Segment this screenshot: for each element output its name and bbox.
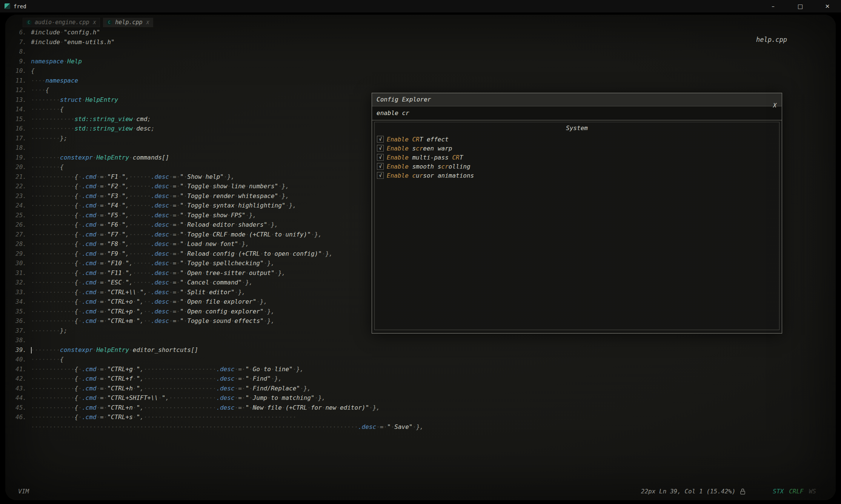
line-number: 29. [9,249,26,259]
checkbox-checked-icon[interactable]: √ [377,154,384,161]
line-number: 26. [9,220,26,230]
close-button[interactable]: ✕ [814,0,841,12]
tab-audio-engine-cpp[interactable]: Caudio-engine.cppX [23,18,100,27]
line-number: 13. [9,95,26,105]
code-line[interactable]: 10.{ [9,66,835,76]
line-number: 20. [9,162,26,172]
config-item[interactable]: √Enable CRT effect [377,135,779,144]
config-search-input[interactable]: enable cr [372,106,782,120]
line-number: 32. [9,278,26,287]
line-number: 23. [9,191,26,201]
cursor-position: 22px Ln 39, Col 1 (15.42%) [641,488,735,495]
code-line[interactable]: 38. [9,335,835,345]
line-number: 43. [9,384,26,393]
screen-frame: 6.#include·"config.h"7.#include·"enum-ut… [0,12,841,504]
line-number: 6. [9,28,26,37]
line-number: 34. [9,297,26,307]
config-content-box: System √Enable CRT effect√Enable screen … [374,122,780,330]
line-number: 39. [9,345,26,355]
line-number: 31. [9,268,26,278]
config-item[interactable]: √Enable multi-pass CRT [377,153,779,162]
line-number: 28. [9,239,26,249]
checkbox-checked-icon[interactable]: √ [377,163,384,170]
line-number: 7. [9,37,26,47]
window-titlebar: fred – □ ✕ [0,0,841,12]
line-number: 42. [9,374,26,384]
line-number: 46. [9,412,26,422]
config-item-label: Enable screen warp [387,145,452,152]
code-line[interactable]: 9.namespace·Help [9,57,835,66]
status-flag-stx: STX [773,488,784,495]
checkbox-checked-icon[interactable]: √ [377,172,384,179]
config-explorer-title: Config Explorer [372,93,782,106]
code-line[interactable]: 39.········constexpr·HelpEntry·editor_sh… [9,345,835,355]
line-number: 8. [9,47,26,57]
code-line[interactable]: 7.#include·"enum-utils.h" [9,37,835,47]
code-line[interactable]: 40.········{ [9,355,835,364]
tab-help-cpp[interactable]: Chelp.cppX [103,18,153,27]
tab-bar: Caudio-engine.cppXChelp.cppX [23,18,153,27]
window-title: fred [14,3,26,9]
config-section-header: System [375,122,779,135]
code-line[interactable]: 6.#include·"config.h" [9,28,835,37]
config-item-label: Enable CRT effect [387,136,449,143]
lock-icon [740,488,746,495]
line-number: 16. [9,124,26,134]
code-line[interactable]: 44.············{·.cmd·=·"CTRL+SHIFT+\\·"… [9,393,835,403]
line-number: 37. [9,326,26,336]
status-bar: VIM 22px Ln 39, Col 1 (15.42%) STXCRLFWS [5,484,836,498]
line-number: 35. [9,307,26,317]
line-number: 21. [9,172,26,182]
code-line[interactable]: 45.············{·.cmd·=·"CTRL+n·",······… [9,403,835,413]
cpp-file-icon: C [26,20,32,25]
line-number: 38. [9,335,26,345]
code-line[interactable]: 42.············{·.cmd·=·"CTRL+f·",······… [9,374,835,384]
line-number: 9. [9,57,26,66]
cpp-file-icon: C [106,20,112,25]
line-number: 17. [9,134,26,143]
line-number: 19. [9,153,26,163]
tab-label: help.cpp [115,19,142,26]
config-item-label: Enable cursor animations [387,172,474,179]
line-number: 41. [9,364,26,374]
code-line[interactable]: 41.············{·.cmd·=·"CTRL+g·",······… [9,364,835,374]
config-item[interactable]: √Enable screen warp [377,144,779,153]
code-line[interactable]: 8. [9,47,835,57]
maximize-button[interactable]: □ [787,0,814,12]
checkbox-checked-icon[interactable]: √ [377,145,384,152]
code-line[interactable]: 11.····namespace [9,76,835,86]
line-number: 12. [9,85,26,95]
app-icon [5,3,10,9]
config-item-label: Enable smooth scrolling [387,163,470,170]
line-number: 36. [9,316,26,326]
line-number: 27. [9,230,26,240]
line-number: 10. [9,66,26,76]
line-number: 33. [9,287,26,297]
config-item-list: √Enable CRT effect√Enable screen warp√En… [375,135,779,180]
line-number: 11. [9,76,26,86]
tab-close-button[interactable]: X [93,20,96,25]
config-explorer-window: Config Explorer X enable cr System √Enab… [372,93,782,333]
line-number: 30. [9,258,26,268]
config-item[interactable]: √Enable smooth scrolling [377,162,779,171]
status-flags: STXCRLFWS [773,488,816,495]
config-item[interactable]: √Enable cursor animations [377,171,779,180]
line-number: 22. [9,181,26,191]
vim-mode-indicator: VIM [18,488,29,495]
checkbox-checked-icon[interactable]: √ [377,136,384,143]
editor-viewport: 6.#include·"config.h"7.#include·"enum-ut… [5,15,836,500]
code-line[interactable]: 43.············{·.cmd·=·"CTRL+h·",······… [9,384,835,393]
line-number: 40. [9,355,26,364]
tab-label: audio-engine.cpp [35,19,89,26]
minimize-button[interactable]: – [760,0,787,12]
file-indicator: help.cpp [756,36,787,43]
tab-close-button[interactable]: X [146,20,149,25]
line-number: 25. [9,211,26,220]
config-close-button[interactable]: X [773,102,776,109]
line-number: 24. [9,201,26,211]
window-controls: – □ ✕ [760,0,841,12]
code-line[interactable]: 46.············{·.cmd·=·"CTRL+s·",······… [9,412,835,422]
line-number: 45. [9,403,26,413]
status-flag-crlf: CRLF [789,488,804,495]
code-line[interactable]: ········································… [9,422,835,432]
